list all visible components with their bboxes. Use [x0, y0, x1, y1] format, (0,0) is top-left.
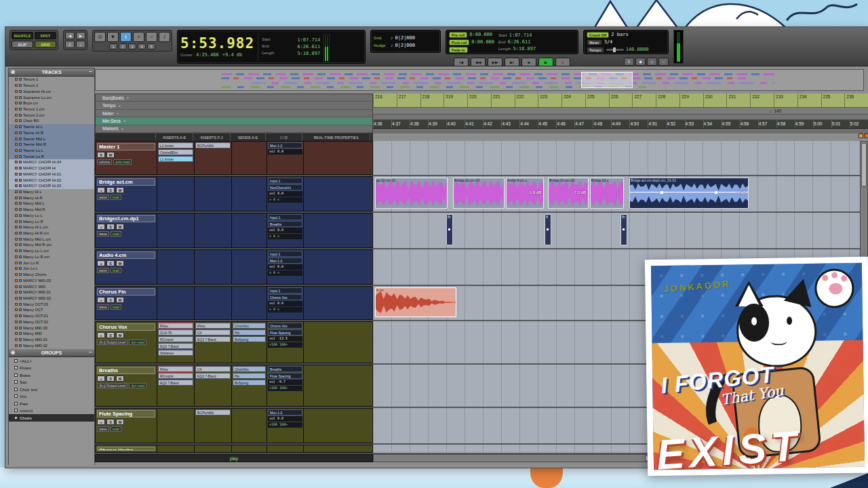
volume-display[interactable]: vol -13.5 [268, 336, 302, 342]
track-name-button[interactable]: Chorus Fin [97, 288, 155, 296]
insert-button[interactable]: EQ3 7-Band [158, 343, 193, 349]
solo-button[interactable]: S [106, 187, 115, 193]
insert-button[interactable]: L1 limiter [158, 142, 193, 148]
volume-display[interactable]: vol 0.0 [268, 228, 302, 233]
zoom-tool[interactable]: ⊙ [94, 32, 106, 42]
sidebar-track-item[interactable]: Teenie Mid L [9, 136, 94, 142]
nudge-label[interactable]: Nudge [374, 43, 389, 47]
track-view-selector[interactable]: wave [97, 426, 109, 432]
sidebar-track-item[interactable]: Sopranos Lo.cm [9, 94, 94, 100]
output-selector[interactable]: Chorus Vox [268, 294, 302, 300]
count-off-button[interactable]: Count Off [587, 32, 609, 38]
output-selector[interactable]: Mon 1-2 [268, 142, 302, 148]
ruler-add-icon[interactable]: + [119, 104, 121, 108]
mute-button[interactable]: M [106, 152, 115, 158]
mode-button-grid[interactable]: GRID [35, 41, 56, 48]
input-selector[interactable]: Input 1 [268, 178, 302, 184]
sidebar-track-item[interactable]: Marcy Hi L.cm [9, 224, 94, 230]
sidebar-track-item[interactable]: Marcy Mid R.cm [9, 242, 94, 248]
solo-button[interactable]: S [106, 224, 115, 230]
universe-overview[interactable] [95, 69, 864, 91]
volume-display[interactable]: vol 0.0 [268, 149, 302, 155]
track-name-button[interactable]: Audio 4.cm [97, 251, 155, 259]
sidebar-track-item[interactable]: MARCY MID.02 [9, 296, 94, 302]
track-name-button[interactable]: Breaths [97, 367, 155, 374]
sidebar-group-item[interactable]: Sax [9, 379, 94, 386]
sidebar-track-item[interactable]: Marcy MID.02 [9, 342, 94, 348]
input-selector[interactable]: Input 1 [268, 287, 302, 293]
mute-button[interactable]: M [116, 297, 124, 303]
insert-button[interactable]: C4 [195, 366, 231, 372]
sidebar-track-item[interactable]: Marcy Lo R [9, 218, 94, 224]
panel-menu-icon[interactable]: ◉ [11, 69, 15, 75]
audio-clip[interactable]: B [545, 214, 551, 245]
sidebar-group-item[interactable]: <ALL> [9, 357, 94, 365]
mode-button-shuffle[interactable]: SHUFFLE [12, 32, 33, 39]
track-view-selector[interactable]: wave [97, 195, 109, 200]
track-view-selector[interactable]: wave [97, 268, 109, 273]
insert-button[interactable]: RVox [195, 323, 231, 329]
send-button[interactable]: BsSpong [233, 380, 266, 386]
universe-view-rectangle[interactable] [581, 72, 633, 88]
sidebar-track-item[interactable]: Marcy MID [9, 331, 94, 337]
grabber-tool[interactable]: + [133, 32, 144, 42]
insert-button[interactable]: Sibilance [158, 350, 193, 356]
sidebar-track-item[interactable]: Marcy Hi L [9, 189, 94, 195]
sidebar-track-item[interactable]: Marcy MID.01 [9, 337, 94, 343]
zoom-toggle-button[interactable]: ≡ [65, 41, 75, 48]
insert-button[interactable]: Ozone8Elm [158, 149, 193, 155]
audio-clip[interactable]: Bridge act.cm.dup1-cm_01-010 dB [629, 178, 749, 209]
note-icon[interactable]: ♪ [391, 35, 393, 40]
groups-panel-header[interactable]: ◉ GROUPS − [9, 349, 94, 357]
fast-forward-button[interactable]: ▶▶ [488, 58, 502, 66]
sidebar-track-item[interactable]: Marcy Mid R [9, 207, 94, 213]
record-enable-button[interactable]: ● [97, 297, 105, 303]
t-start-value[interactable]: 1:07.714 [509, 33, 532, 38]
automation-mode-button[interactable]: dyn read [129, 383, 146, 388]
grid-value[interactable]: 0|2|000 [395, 35, 416, 41]
ruler-label-tempo[interactable]: Tempo+ [96, 102, 372, 109]
markers-ruler[interactable] [373, 129, 868, 134]
view-button-1[interactable] [859, 134, 863, 138]
mute-button[interactable]: M [116, 332, 124, 338]
tempo-ruler-icon[interactable]: ◇ [647, 58, 657, 66]
sidebar-track-item[interactable]: Marcy Lo R.cm [9, 254, 94, 260]
solo-button[interactable]: S [106, 419, 115, 425]
zoom-out-button[interactable]: ◀ [65, 32, 75, 39]
sidebar-track-item[interactable]: MARCY CHOIR Hi.01 [9, 171, 94, 178]
mute-button[interactable]: M [116, 419, 124, 425]
insert-button[interactable]: EQ3 7-Band [195, 336, 231, 342]
track-view-selector[interactable]: wave [97, 231, 109, 237]
output-selector[interactable]: Breaths [268, 366, 302, 372]
meter-value[interactable]: 3/4 [604, 39, 613, 45]
send-button[interactable]: ChrsVrbs [233, 366, 266, 372]
zoom-preset-3[interactable]: 3 [128, 43, 136, 49]
pan-display[interactable]: > 0 < [268, 234, 302, 239]
ruler-label-meter[interactable]: Meter+ [96, 110, 372, 117]
collapse-icon[interactable]: − [89, 68, 92, 75]
sidebar-track-item[interactable]: Tenors 2.cm [9, 112, 94, 118]
send-button[interactable]: His [233, 329, 266, 336]
tempo-ruler[interactable]: ♩140 [373, 108, 868, 115]
output-selector-2[interactable]: Flute Spacing [268, 329, 302, 336]
send-button[interactable]: ChrsVrbs [233, 323, 266, 329]
sidebar-group-item[interactable]: Vox [9, 393, 94, 401]
sidebar-track-item[interactable]: Sopranos Hi.cm [9, 88, 94, 94]
input-selector[interactable]: Input 1 [268, 251, 302, 257]
pan-display[interactable]: > 0 < [268, 307, 302, 312]
solo-button[interactable]: S [106, 375, 115, 382]
post-roll-value[interactable]: 0:00.000 [471, 39, 494, 45]
stop-button[interactable]: ■ [521, 58, 536, 66]
audio-clip[interactable]: Br [620, 214, 627, 245]
record-enable-button[interactable]: ● [97, 224, 105, 230]
pan-display[interactable]: > 0 < [268, 270, 302, 276]
scrubber-tool[interactable]: ~ [146, 32, 157, 42]
pencil-tool[interactable]: / [159, 32, 170, 42]
output-selector[interactable]: Mon 1-2 [268, 258, 302, 264]
sidebar-track-item[interactable]: MARCY MID [9, 283, 94, 289]
automation-mode-button[interactable]: read [111, 426, 121, 432]
sel-start-value[interactable]: 1:07.714 [297, 37, 320, 43]
track-view-selector[interactable]: (fx j) Output Level [97, 383, 127, 388]
sidebar-group-item[interactable]: Choir test [9, 386, 94, 393]
mode-button-spot[interactable]: SPOT [35, 32, 56, 39]
